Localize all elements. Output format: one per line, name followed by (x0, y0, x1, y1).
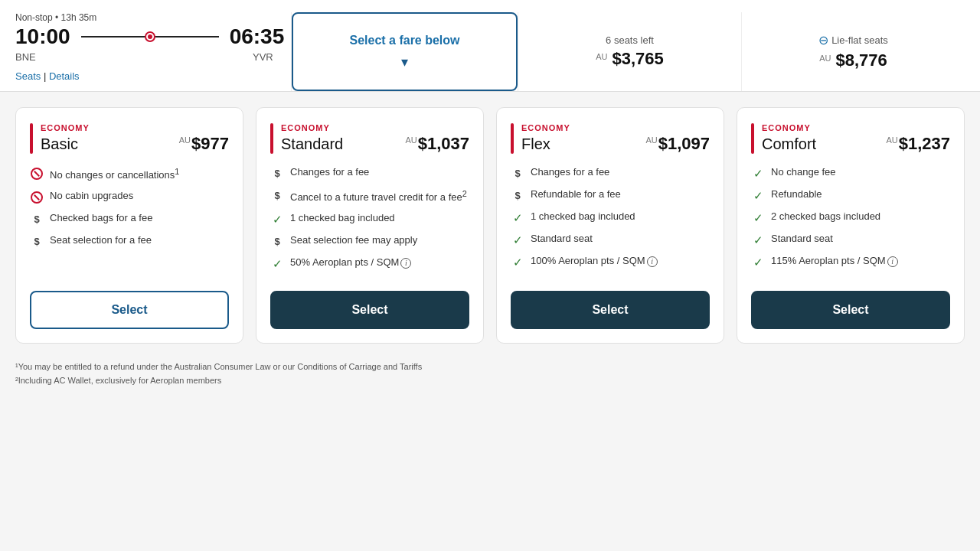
fare-card-flex: ECONOMY Flex AU$1,097 $Changes for a fee… (496, 107, 724, 344)
fare-name: Standard (281, 135, 343, 153)
feature-text: Checked bags for a fee (50, 212, 152, 225)
feature-text: Seat selection fee may apply (290, 234, 417, 247)
feature-text: Seat selection for a fee (50, 234, 152, 247)
check-icon: ✓ (751, 189, 765, 203)
feature-text: No cabin upgrades (50, 190, 133, 203)
fare-type-label: ECONOMY (281, 123, 469, 132)
no-icon (30, 191, 44, 204)
check-icon: ✓ (751, 233, 765, 247)
feature-item: ✓1 checked bag included (270, 212, 469, 227)
feature-text: Refundable (771, 188, 822, 201)
check-icon: ✓ (511, 256, 524, 269)
no-icon (30, 167, 44, 181)
feature-item: ✓Standard seat (751, 233, 950, 247)
feature-item: $Cancel to a future travel credit for a … (270, 188, 469, 204)
feature-text: 1 checked bag included (290, 212, 395, 225)
fare-price: AU$977 (179, 134, 229, 154)
fee-icon: $ (511, 189, 524, 203)
info-icon: i (400, 258, 411, 269)
feature-item: ✓Refundable (751, 188, 950, 203)
select-button[interactable]: Select (751, 291, 950, 329)
feature-item: ✓115% Aeroplan pts / SQMi (751, 255, 950, 269)
fare-card-header: ECONOMY Flex AU$1,097 (511, 123, 710, 154)
fare-name: Flex (521, 135, 550, 153)
fare-price: AU$1,097 (645, 134, 710, 154)
fee-icon: $ (270, 167, 284, 181)
feature-text: No changes or cancellations1 (50, 166, 179, 182)
details-link[interactable]: Details (49, 70, 80, 82)
footnote: ¹You may be entitled to a refund under t… (15, 360, 965, 374)
arrival-airport: YVR (253, 51, 291, 63)
fare-header-options: Select a fare below ▾ 6 seats left AU $3… (291, 12, 965, 91)
fare-chevron-icon: ▾ (401, 54, 408, 70)
fare-price-amount: $3,765 (612, 49, 663, 68)
fare-card-title-block: ECONOMY Basic AU$977 (41, 123, 229, 154)
fare-features-list: $Changes for a fee$Cancel to a future tr… (270, 166, 469, 279)
info-icon: i (887, 256, 898, 267)
feature-text: 100% Aeroplan pts / SQMi (531, 255, 658, 268)
fare-price: AU$1,037 (405, 134, 469, 154)
departure-time: 10:00 (15, 24, 70, 49)
fare-card-border (30, 123, 33, 154)
fare-header-lieflat[interactable]: ⊖ Lie-flat seats AU $8,776 (741, 12, 965, 91)
seats-link[interactable]: Seats (15, 70, 41, 82)
fare-card-header: ECONOMY Basic AU$977 (30, 123, 229, 154)
footnote: ²Including AC Wallet, exclusively for Ae… (15, 374, 965, 388)
feature-item: ✓50% Aeroplan pts / SQMi (270, 256, 469, 271)
select-button[interactable]: Select (30, 291, 229, 329)
fare-card-standard: ECONOMY Standard AU$1,037 $Changes for a… (256, 107, 484, 344)
feature-text: Changes for a fee (531, 166, 609, 179)
check-icon: ✓ (751, 211, 765, 225)
feature-item: ✓2 checked bags included (751, 210, 950, 225)
check-icon: ✓ (270, 213, 284, 227)
lieflat-price-block: AU $8,776 (819, 51, 887, 70)
fare-features-list: ✓No change fee✓Refundable✓2 checked bags… (751, 166, 950, 279)
select-button[interactable]: Select (511, 291, 710, 329)
fare-header-economy[interactable]: 6 seats left AU $3,765 (518, 12, 741, 91)
fare-header-select-prompt[interactable]: Select a fare below ▾ (292, 12, 518, 91)
feature-text: 2 checked bags included (771, 210, 880, 223)
fare-features-list: $Changes for a fee$Refundable for a fee✓… (511, 166, 710, 279)
departure-airport: BNE (15, 51, 54, 63)
route-line (81, 36, 219, 37)
route-midpoint (145, 31, 155, 42)
feature-item: $Changes for a fee (270, 166, 469, 181)
feature-item: ✓1 checked bag included (511, 210, 710, 225)
select-button[interactable]: Select (270, 291, 469, 329)
feature-text: 50% Aeroplan pts / SQMi (290, 256, 411, 269)
feature-item: No cabin upgrades (30, 190, 229, 204)
currency-au: AU (596, 52, 607, 61)
lie-flat-label: ⊖ Lie-flat seats (818, 33, 888, 47)
fare-card-basic: ECONOMY Basic AU$977 No changes or cance… (15, 107, 243, 344)
feature-text: Cancel to a future travel credit for a f… (290, 188, 467, 204)
feature-text: No change fee (771, 166, 836, 179)
fare-type-label: ECONOMY (762, 123, 950, 132)
fare-card-border (751, 123, 754, 154)
feature-item: $Seat selection for a fee (30, 234, 229, 249)
fare-type-label: ECONOMY (41, 123, 229, 132)
lieflat-currency: AU (819, 54, 831, 63)
info-icon: i (647, 256, 658, 267)
fare-select-label: Select a fare below (349, 34, 459, 47)
fare-name-price: Comfort AU$1,237 (762, 134, 950, 154)
fare-name-price: Standard AU$1,037 (281, 134, 469, 154)
feature-text: Standard seat (771, 233, 833, 246)
fee-icon: $ (30, 235, 44, 249)
fare-card-comfort: ECONOMY Comfort AU$1,237 ✓No change fee✓… (737, 107, 965, 344)
feature-text: 115% Aeroplan pts / SQMi (771, 255, 898, 268)
fare-name: Basic (41, 135, 78, 153)
feature-item: No changes or cancellations1 (30, 166, 229, 182)
fare-type-label: ECONOMY (521, 123, 710, 132)
fare-card-title-block: ECONOMY Standard AU$1,037 (281, 123, 469, 154)
fare-name: Comfort (762, 135, 816, 153)
footnotes-section: ¹You may be entitled to a refund under t… (0, 351, 980, 403)
fare-price-block: AU $3,765 (596, 49, 663, 69)
check-icon: ✓ (511, 211, 524, 225)
fee-icon: $ (511, 167, 524, 181)
fare-features-list: No changes or cancellations1 No cabin up… (30, 166, 229, 279)
fare-card-title-block: ECONOMY Comfort AU$1,237 (762, 123, 950, 154)
minus-circle-icon: ⊖ (818, 33, 828, 47)
fare-card-title-block: ECONOMY Flex AU$1,097 (521, 123, 710, 154)
fare-name-price: Basic AU$977 (41, 134, 229, 154)
fare-cards-section: ECONOMY Basic AU$977 No changes or cance… (0, 92, 980, 351)
